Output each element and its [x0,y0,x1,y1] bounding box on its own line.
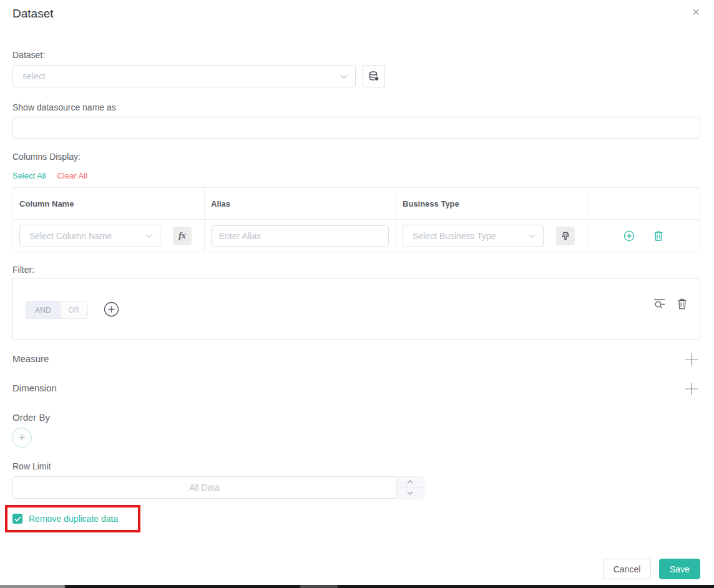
columns-links: Select All Clear All [12,171,87,180]
delete-row-icon[interactable] [653,230,663,242]
business-type-cell: Select Business Type [396,220,587,252]
select-all-link[interactable]: Select All [12,171,46,180]
close-icon[interactable]: × [688,4,704,20]
filter-tools [653,297,687,310]
add-filter-icon[interactable] [104,301,119,317]
columns-table-header-row: Column Name Alias Business Type [13,188,700,220]
page-title: Dataset [12,7,53,21]
stepper-up-button[interactable] [396,477,424,488]
alias-input[interactable] [211,225,389,247]
business-type-select[interactable]: Select Business Type [403,225,544,247]
alias-cell [205,220,396,252]
datasource-name-label: Show datasource name as [12,102,116,112]
cancel-button[interactable]: Cancel [603,559,651,579]
add-dimension-icon[interactable] [684,381,699,396]
header-actions [587,188,700,220]
datasource-name-input[interactable] [12,117,700,139]
row-limit-input[interactable] [12,476,396,499]
database-icon [368,70,380,82]
header-alias: Alias [205,188,396,220]
and-or-toggle: AND OR [26,301,88,319]
dimension-label: Dimension [12,383,57,393]
dataset-select-placeholder: select [22,71,340,81]
plus-icon: + [19,431,26,444]
clear-filter-icon[interactable] [677,297,687,310]
brush-icon [560,231,570,241]
and-toggle[interactable]: AND [26,301,61,318]
stepper-down-button[interactable] [396,488,424,499]
columns-table: Column Name Alias Business Type Select C… [12,187,700,252]
column-name-placeholder: Select Column Name [29,231,145,241]
table-row: Select Column Name fx Select Business Ty… [13,220,700,252]
add-order-by-button[interactable]: + [12,428,32,448]
header-business-type: Business Type [396,188,587,220]
dataset-select[interactable]: select [12,65,356,87]
header-column-name: Column Name [13,188,205,220]
measure-label: Measure [12,353,49,364]
dataset-label: Dataset: [12,50,45,60]
chevron-down-icon [340,74,348,79]
format-brush-button[interactable] [556,227,575,245]
page-bottom-edge [0,585,714,588]
row-actions-cell [587,220,700,252]
clear-all-link[interactable]: Clear All [57,171,87,180]
filter-search-icon[interactable] [653,297,666,310]
business-type-placeholder: Select Business Type [413,231,529,241]
save-button[interactable]: Save [659,559,700,579]
column-name-select[interactable]: Select Column Name [19,225,160,247]
footer: Cancel Save [0,559,714,579]
columns-display-label: Columns Display: [12,152,81,162]
remove-duplicate-checkbox[interactable] [12,514,22,524]
filter-label: Filter: [12,265,34,275]
row-limit-stepper [396,476,424,499]
add-measure-icon[interactable] [684,352,699,367]
row-limit-label: Row Limit [12,461,51,471]
column-name-cell: Select Column Name fx [13,220,205,252]
annotation-highlight-box: Remove duplicate data [5,505,140,532]
order-by-label: Order By [12,412,50,423]
add-row-icon[interactable] [624,230,635,242]
datasource-picker-button[interactable] [363,65,385,87]
chevron-down-icon [145,234,152,238]
chevron-down-icon [529,234,536,238]
formula-button[interactable]: fx [173,227,192,245]
or-toggle[interactable]: OR [61,301,87,318]
remove-duplicate-label[interactable]: Remove duplicate data [29,514,118,524]
filter-panel: AND OR [12,278,700,340]
